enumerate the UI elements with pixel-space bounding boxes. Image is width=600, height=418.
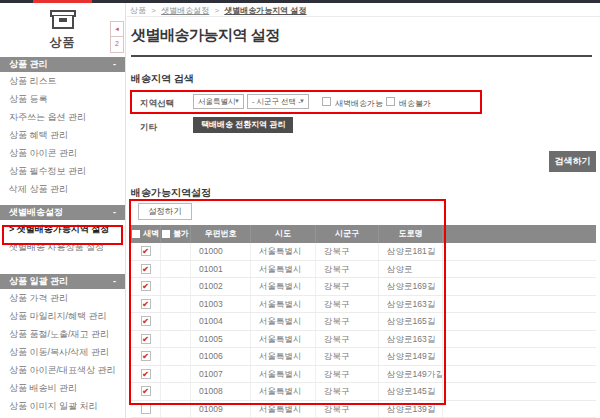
dawn-delivery-checkbox-label: 새벽배송가능: [335, 98, 383, 109]
sidebar-item-move-copy-delete[interactable]: 상품 이동/복사/삭제 관리: [0, 343, 125, 361]
sido-cell: 서울특별시: [251, 348, 316, 365]
no-delivery-checkbox-label: 배송불가: [399, 98, 431, 109]
apply-settings-button[interactable]: 설정하기: [138, 203, 192, 220]
sidebar-item-product-benefit[interactable]: 상품 혜택 관리: [0, 126, 125, 144]
breadcrumb-item[interactable]: 상품: [130, 6, 146, 15]
sidebar-item-image-batch[interactable]: 상품 이미지 일괄 처리: [0, 397, 125, 415]
table-row: ✔ 01004 서울특별시 강북구 삼양로165길: [131, 313, 596, 331]
dawn-checkbox[interactable]: ✔: [141, 386, 151, 396]
sidebar-gap: [0, 256, 125, 274]
sigungu-cell: 강북구: [316, 313, 379, 330]
collapse-minus-icon[interactable]: -: [113, 205, 116, 220]
handle-badge[interactable]: 2: [110, 37, 124, 53]
chevron-down-icon: ▼: [299, 95, 305, 108]
no-delivery-checkbox[interactable]: [386, 97, 395, 106]
sigungu-select-value: - 시군구 선택 -: [252, 97, 301, 106]
road-cell: 삼양로145길: [379, 383, 443, 400]
select-all-nodelivery-checkbox[interactable]: [162, 230, 170, 238]
collapse-minus-icon[interactable]: -: [113, 274, 116, 289]
sidebar-group-bulk-management[interactable]: 상품 일괄 관리 -: [0, 274, 125, 289]
sidebar-group-dawn-delivery[interactable]: 샛별배송설정 -: [0, 205, 125, 220]
header-sido: 시도: [251, 225, 316, 243]
dawn-delivery-checkbox[interactable]: [322, 97, 331, 106]
sidebar-item-product-register[interactable]: 상품 등록: [0, 90, 125, 108]
nodelivery-cell: [161, 278, 191, 295]
breadcrumb-item[interactable]: 샛별배송설정: [161, 6, 209, 15]
dawn-checkbox[interactable]: ✔: [141, 264, 151, 274]
sidebar-item-frequent-options[interactable]: 자주쓰는 옵션 관리: [0, 108, 125, 126]
sidebar-module-title: 상품: [0, 34, 125, 51]
sido-select[interactable]: 서울특별시 ▼: [193, 94, 244, 109]
breadcrumb: 상품 > 샛별배송설정 > 샛별배송가능지역 설정: [130, 5, 307, 16]
breadcrumb-separator: >: [214, 6, 219, 15]
nodelivery-cell: [161, 296, 191, 313]
sidebar-logo-area[interactable]: 상품: [0, 3, 125, 57]
sidebar-item-dawn-delivery-products[interactable]: 샛별배송 사용상품 설정: [0, 238, 125, 256]
header-road: 도로명: [379, 225, 443, 243]
extra-cell: [443, 348, 596, 365]
table-row: ✔ 01005 서울특별시 강북구 삼양로163길: [131, 331, 596, 349]
dawn-checkbox[interactable]: ✔: [141, 316, 151, 326]
sidebar-item-product-list[interactable]: 상품 리스트: [0, 72, 125, 90]
extra-cell: [443, 278, 596, 295]
breadcrumb-item-current[interactable]: 샛별배송가능지역 설정: [224, 6, 306, 15]
dawn-checkbox[interactable]: ✔: [141, 334, 151, 344]
extra-cell: [443, 331, 596, 348]
table-row: ✔ 01006 서울특별시 강북구 삼양로149길: [131, 348, 596, 366]
sidebar-item-required-info[interactable]: 상품 필수정보 관리: [0, 162, 125, 180]
group-header-label: 상품 관리: [9, 57, 48, 72]
sigungu-select[interactable]: - 시군구 선택 - ▼: [247, 94, 309, 109]
extra-cell: [443, 261, 596, 278]
sidebar-collapse-handle[interactable]: ◂ 2: [110, 21, 124, 53]
sidebar-item-icon-color[interactable]: 상품 아이콘/대표색상 관리: [0, 361, 125, 379]
road-cell: 삼양로163길: [379, 331, 443, 348]
table-row: ✔ 01008 서울특별시 강북구 삼양로145길: [131, 383, 596, 401]
product-box-icon: [50, 10, 76, 29]
zip-cell: 01002: [191, 278, 251, 295]
dawn-checkbox[interactable]: ✔: [141, 281, 151, 291]
sigungu-cell: 강북구: [316, 296, 379, 313]
sido-select-value: 서울특별시: [198, 97, 236, 106]
dawn-checkbox[interactable]: ✔: [141, 246, 151, 256]
breadcrumb-separator: >: [151, 6, 156, 15]
sidebar-item-deleted-products[interactable]: 삭제 상품 관리: [0, 180, 125, 198]
sidebar-item-dawn-delivery-area[interactable]: > 샛별배송가능지역 설정: [0, 220, 125, 238]
sido-cell: 서울특별시: [251, 243, 316, 260]
zip-cell: 01008: [191, 383, 251, 400]
zip-cell: 01005: [191, 331, 251, 348]
sido-cell: 서울특별시: [251, 366, 316, 383]
sido-cell: 서울특별시: [251, 296, 316, 313]
extra-cell: [443, 313, 596, 330]
dawn-checkbox[interactable]: ✔: [141, 299, 151, 309]
road-cell: 삼양로169길: [379, 278, 443, 295]
admin-screen: 상품 상품 관리 - 상품 리스트 상품 등록 자주쓰는 옵션 관리 상품 혜택…: [0, 0, 600, 418]
header-nodelivery: 불가: [161, 225, 191, 243]
sidebar: 상품 상품 관리 - 상품 리스트 상품 등록 자주쓰는 옵션 관리 상품 혜택…: [0, 3, 126, 418]
nodelivery-cell: [161, 243, 191, 260]
sigungu-cell: 강북구: [316, 401, 379, 418]
road-cell: 삼양로149길: [379, 348, 443, 365]
sido-cell: 서울특별시: [251, 383, 316, 400]
table-row: ✔ 01003 서울특별시 강북구 삼양로163길: [131, 296, 596, 314]
chevron-down-icon: ▼: [234, 95, 240, 108]
dawn-checkbox[interactable]: ✔: [141, 369, 151, 379]
sigungu-cell: 강북구: [316, 366, 379, 383]
select-all-dawn-checkbox[interactable]: [132, 230, 140, 238]
dawn-checkbox[interactable]: ✔: [141, 351, 151, 361]
parcel-conversion-area-button[interactable]: 택배배송 전환지역 관리: [193, 117, 293, 133]
extra-cell: [443, 383, 596, 400]
sidebar-item-shipping-fee[interactable]: 상품 배송비 관리: [0, 379, 125, 397]
title-divider: [131, 55, 592, 57]
sidebar-item-mileage-benefit[interactable]: 상품 마일리지/혜택 관리: [0, 307, 125, 325]
sidebar-group-product-management[interactable]: 상품 관리 -: [0, 57, 125, 72]
collapse-arrow-icon[interactable]: ◂: [110, 21, 124, 37]
sidebar-item-product-icon[interactable]: 상품 아이콘 관리: [0, 144, 125, 162]
collapse-minus-icon[interactable]: -: [113, 57, 116, 72]
sido-cell: 서울특별시: [251, 278, 316, 295]
header-dawn: 새벽: [131, 225, 161, 243]
search-button[interactable]: 검색하기: [549, 151, 596, 172]
sidebar-item-price-management[interactable]: 상품 가격 관리: [0, 289, 125, 307]
dawn-checkbox[interactable]: [141, 404, 151, 414]
sidebar-item-soldout-stock[interactable]: 상품 품절/노출/재고 관리: [0, 325, 125, 343]
road-cell: 삼양로165길: [379, 313, 443, 330]
